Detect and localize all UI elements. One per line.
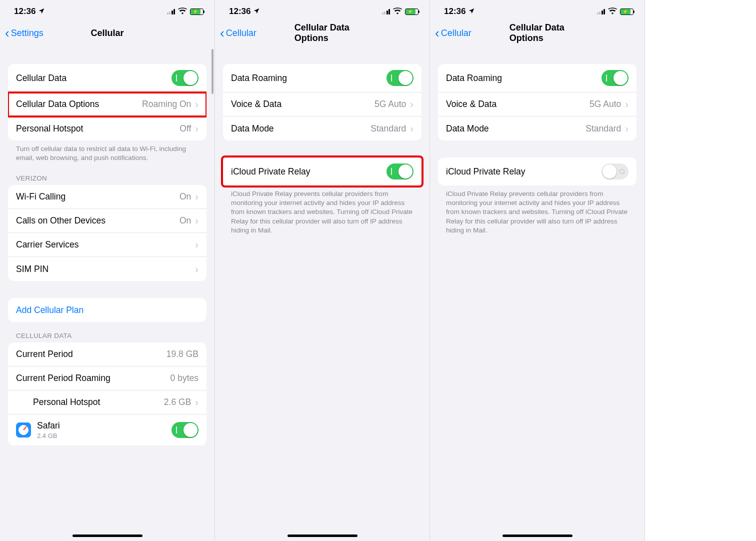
data-mode-row[interactable]: Data Mode Standard ›	[223, 116, 422, 140]
voice-data-label: Voice & Data	[446, 99, 496, 110]
cellular-main-group: Cellular Data Cellular Data Options Roam…	[8, 64, 206, 140]
data-options-group: Data Roaming Voice & Data 5G Auto › Data…	[223, 64, 422, 140]
private-relay-row[interactable]: iCloud Private Relay	[438, 158, 636, 186]
calls-other-label: Calls on Other Devices	[16, 216, 106, 226]
cellular-data-label: Cellular Data	[16, 73, 66, 84]
current-period-value: 19.8 GB	[166, 349, 198, 360]
chevron-right-icon: ›	[195, 396, 198, 408]
chevron-right-icon: ›	[410, 98, 414, 110]
voice-data-detail: 5G Auto	[590, 99, 621, 110]
voice-data-row[interactable]: Voice & Data 5G Auto ›	[438, 92, 636, 116]
sim-pin-label: SIM PIN	[16, 264, 48, 274]
chevron-right-icon: ›	[410, 123, 414, 134]
page-title: Cellular	[90, 28, 124, 38]
screen-cellular: 12:36 ⚡ ‹ Settings Cellular C	[0, 0, 215, 541]
nav-header: ‹ Settings Cellular	[0, 21, 214, 47]
voice-data-row[interactable]: Voice & Data 5G Auto ›	[223, 92, 422, 116]
data-roaming-toggle[interactable]	[386, 70, 414, 86]
carrier-services-row[interactable]: Carrier Services ›	[8, 233, 206, 257]
chevron-right-icon: ›	[195, 215, 198, 226]
nav-header: ‹ Cellular Cellular Data Options	[430, 21, 644, 47]
roaming-label: Current Period Roaming	[16, 373, 110, 384]
safari-toggle[interactable]	[172, 422, 198, 438]
scroll-indicator[interactable]	[212, 49, 214, 94]
private-relay-toggle[interactable]	[386, 164, 414, 180]
wifi-calling-detail: On	[180, 192, 191, 202]
data-options-group: Data Roaming Voice & Data 5G Auto › Data…	[438, 64, 636, 140]
back-label: Settings	[11, 28, 44, 38]
back-label: Cellular	[226, 28, 256, 38]
hotspot-usage-row[interactable]: Personal Hotspot 2.6 GB ›	[8, 390, 206, 414]
private-relay-row[interactable]: iCloud Private Relay	[223, 158, 422, 186]
location-icon	[468, 8, 475, 16]
cellular-data-options-detail: Roaming On	[142, 99, 191, 110]
private-relay-highlight: iCloud Private Relay	[223, 158, 422, 186]
status-bar: 12:36 ⚡	[0, 0, 214, 21]
home-indicator[interactable]	[502, 534, 572, 537]
roaming-value: 0 bytes	[170, 373, 198, 384]
back-button[interactable]: ‹ Cellular	[435, 26, 472, 40]
cellular-signal-icon	[167, 8, 176, 14]
private-relay-group: iCloud Private Relay	[223, 158, 422, 186]
safari-icon	[16, 422, 31, 438]
page-title: Cellular Data Options	[294, 22, 384, 44]
chevron-left-icon: ‹	[5, 26, 10, 40]
cellular-data-row[interactable]: Cellular Data	[8, 64, 206, 92]
status-time: 12:36	[229, 6, 250, 16]
screen-data-options-on: 12:36 ⚡ ‹ Cellular Cellular Data Options	[215, 0, 430, 541]
cellular-data-options-row[interactable]: Cellular Data Options Roaming On ›	[8, 92, 206, 116]
status-bar: 12:36 ⚡	[430, 0, 644, 21]
safari-value: 2.4 GB	[37, 432, 60, 440]
voice-data-label: Voice & Data	[231, 99, 282, 110]
personal-hotspot-row[interactable]: Personal Hotspot Off ›	[8, 116, 206, 140]
wifi-icon	[608, 8, 617, 16]
data-mode-label: Data Mode	[446, 124, 489, 134]
back-label: Cellular	[441, 28, 472, 38]
add-cellular-plan-label: Add Cellular Plan	[16, 305, 84, 316]
carrier-services-label: Carrier Services	[16, 240, 78, 250]
page-title: Cellular Data Options	[510, 22, 600, 44]
data-mode-row[interactable]: Data Mode Standard ›	[438, 116, 636, 140]
status-time: 12:36	[14, 6, 36, 16]
calls-other-detail: On	[180, 216, 191, 226]
data-mode-label: Data Mode	[231, 124, 274, 134]
nav-header: ‹ Cellular Cellular Data Options	[215, 21, 430, 47]
status-bar: 12:36 ⚡	[215, 0, 430, 21]
battery-icon: ⚡	[620, 8, 634, 15]
safari-usage-row[interactable]: Safari 2.4 GB	[8, 414, 206, 446]
wifi-calling-row[interactable]: Wi-Fi Calling On ›	[8, 185, 206, 209]
cellular-signal-icon	[597, 8, 606, 14]
carrier-header: VERIZON	[8, 164, 206, 185]
add-cellular-plan-row[interactable]: Add Cellular Plan	[8, 298, 206, 322]
chevron-right-icon: ›	[195, 191, 198, 202]
usage-group: Current Period 19.8 GB Current Period Ro…	[8, 342, 206, 446]
chevron-right-icon: ›	[195, 123, 198, 134]
location-icon	[38, 8, 45, 16]
cellular-data-toggle[interactable]	[172, 70, 198, 86]
hotspot-usage-value: 2.6 GB	[164, 397, 191, 408]
calls-other-row[interactable]: Calls on Other Devices On ›	[8, 209, 206, 233]
chevron-left-icon: ‹	[435, 26, 440, 40]
data-roaming-row[interactable]: Data Roaming	[223, 64, 422, 92]
personal-hotspot-detail: Off	[180, 124, 191, 134]
data-roaming-label: Data Roaming	[446, 73, 502, 84]
data-mode-detail: Standard	[586, 124, 621, 134]
back-button[interactable]: ‹ Settings	[5, 26, 44, 40]
home-indicator[interactable]	[72, 534, 142, 537]
cellular-data-options-label: Cellular Data Options	[16, 99, 99, 110]
data-roaming-toggle[interactable]	[602, 70, 628, 86]
home-indicator[interactable]	[288, 534, 358, 537]
private-relay-footer: iCloud Private Relay prevents cellular p…	[438, 186, 636, 237]
chevron-right-icon: ›	[625, 123, 628, 134]
private-relay-label: iCloud Private Relay	[446, 166, 526, 177]
back-button[interactable]: ‹ Cellular	[220, 26, 256, 40]
sim-pin-row[interactable]: SIM PIN ›	[8, 257, 206, 281]
data-roaming-row[interactable]: Data Roaming	[438, 64, 636, 92]
private-relay-toggle[interactable]	[602, 164, 628, 180]
chevron-left-icon: ‹	[220, 26, 224, 40]
chevron-right-icon: ›	[195, 264, 198, 275]
current-period-row: Current Period 19.8 GB	[8, 342, 206, 366]
current-period-roaming-row: Current Period Roaming 0 bytes	[8, 366, 206, 390]
battery-icon: ⚡	[190, 8, 204, 15]
private-relay-group: iCloud Private Relay	[438, 158, 636, 186]
